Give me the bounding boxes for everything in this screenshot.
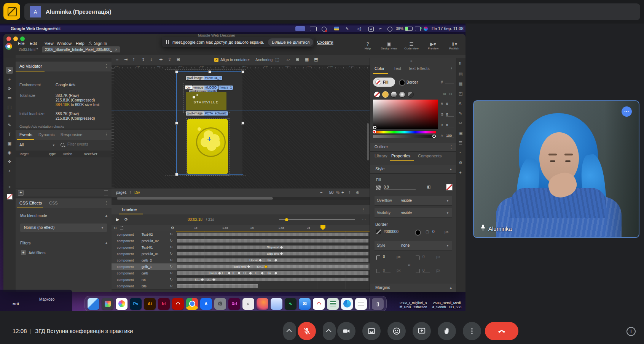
pan-tool[interactable]: ✥ [6,158,13,165]
menubar-clock[interactable]: Пн 17 бер. 11:08 [432,26,464,31]
pencil-slash-icon[interactable]: ✂ [379,27,382,31]
border-color-swatch[interactable] [415,230,421,236]
grip-icon[interactable]: ⠿ [459,62,462,67]
distribute-h-icon[interactable]: ⇹ [159,57,163,62]
overflow-row[interactable]: Overflow visible ▼ [375,196,452,206]
loop-icon[interactable]: ↻ [170,239,173,243]
desktop-file[interactable]: 2503_I_migliori_Riff_Rolli...tisfaction [396,301,431,309]
publish-action[interactable]: ⬆▾Publish [443,41,465,50]
more-options-button[interactable] [463,322,481,340]
r-value[interactable]: 0 [446,102,454,106]
presenter-strip[interactable]: A Aluminka (Презентація) [24,3,640,20]
loop-icon[interactable]: ↻ [170,265,173,268]
margins-section-header[interactable]: Margins ▲ [370,284,456,292]
distribute-v-icon[interactable]: ⇳ [168,57,171,62]
text-tool[interactable]: T [6,131,13,138]
loop-icon[interactable]: ↻ [170,277,173,281]
keyframe[interactable]: Li... [255,271,263,275]
keyframe[interactable]: Lin... [267,271,277,275]
border-width-value[interactable]: 0 [432,230,439,234]
library-panel-icon[interactable]: ☰ [459,141,462,146]
user-account-icon[interactable] [387,27,392,32]
keyframe[interactable]: Li... [232,271,240,275]
keyframe[interactable]: Lin... [267,258,277,262]
tab-2503[interactable]: 2503.html * [19,48,38,52]
b-value[interactable]: 0 [446,123,454,127]
collapse-icon[interactable]: ▲ [105,214,108,217]
keyframe[interactable]: Linear [249,258,261,262]
stairville-logo-block[interactable]: STAIRVILLE [186,92,226,110]
dock-acrobat-icon[interactable]: ◠ [172,298,184,310]
hue-slider[interactable] [373,131,436,133]
same-size-icon[interactable]: ⊟ [177,57,180,62]
collapse-icon[interactable]: ▲ [449,286,453,290]
timeline-tab[interactable]: Timeline [121,207,137,212]
paint-bucket-icon[interactable]: ◧ [427,185,430,189]
stage-canvas[interactable]: gwd-image#Text-04_1 div -image#LOGO hwar… [112,68,370,188]
page-selector[interactable]: page1 [116,190,127,195]
collapse-icon[interactable]: ▲ [449,167,453,171]
timeline-row-rot[interactable]: componentrot↻ Li... Li... [112,276,370,283]
end-call-button[interactable] [485,322,518,340]
align-middle-icon[interactable]: ⇕ [142,57,145,62]
shape-tool[interactable]: ▭ [6,94,13,101]
a-value[interactable]: 100 [446,134,454,138]
menu-view[interactable]: View [45,41,54,46]
add-filters-icon[interactable]: + [21,250,26,255]
validation-checks-label[interactable]: Google Ads validation checks [19,125,64,128]
design-view-action[interactable]: ▣Design view [378,41,400,50]
window-icon[interactable] [310,27,317,31]
preview-action[interactable]: ▶▾Preview [422,41,444,50]
dock-appstore-icon[interactable]: A [200,298,212,310]
loop-icon[interactable]: ↻ [170,271,173,275]
webcam-tile[interactable]: Aluminka ⋯ [473,100,639,238]
close-window-button[interactable] [6,36,11,41]
panel-menu-icon[interactable]: ⋮ [104,132,109,137]
loop-button[interactable]: ⟳ [124,217,128,222]
tab-library[interactable]: Library [375,154,387,158]
element-tool[interactable]: ▣ [6,140,13,147]
timeline-row-gelb-2[interactable]: componentgelb_2↻ Linear Lin... [112,257,370,264]
brush-icon[interactable]: ✎ [346,27,349,31]
add-event-button[interactable]: + [18,190,24,196]
chevron-down-icon[interactable]: ▼ [52,144,55,147]
alpha-slider[interactable] [373,135,436,138]
menu-window[interactable]: Window [57,41,72,46]
dock-firefox-icon[interactable] [257,298,268,310]
align-top-icon[interactable]: ⤒ [133,57,135,62]
timeline-row-text-02[interactable]: componentText-02↻ [112,231,370,238]
loop-icon[interactable]: ↻ [170,258,173,262]
timeline-row-gelb-1-selected[interactable]: componentgelb_1↻ Step-end Lin... [112,263,370,270]
border-toggle[interactable]: Border [406,80,418,84]
tag-tool[interactable]: ⌗ [6,113,13,119]
stopped-presentation-icon[interactable] [3,3,20,20]
dock-settings-icon[interactable]: ⚙ [214,298,226,310]
display-icon[interactable] [415,27,421,31]
hide-notification-link[interactable]: Сховати [317,40,333,44]
tab-color[interactable]: Color [375,66,384,71]
style-section-header[interactable]: Style ▲ [370,165,456,174]
code-view-action[interactable]: ☰Code view [400,41,422,50]
dock-trash-icon[interactable]: ▯ [372,298,384,310]
flag-input-icon[interactable] [334,27,339,30]
menubar-app-name[interactable]: Google Web Designer [11,26,54,31]
dock-notes-icon[interactable] [355,298,367,310]
rotate-tool[interactable]: ⟳ [6,85,13,92]
radius-value-3[interactable]: 0 [383,268,391,273]
tab-stairville-active[interactable]: 2306_Stairville_Infinite_Pixel_300x600_v… [42,46,120,52]
filter-events-input[interactable] [67,142,108,147]
tab-text[interactable]: Text [394,66,401,71]
pen-tool[interactable]: ✎ [6,122,13,128]
selection-tool[interactable]: ➤ [6,67,13,74]
settings-panel-icon[interactable]: ⚙ [459,160,462,165]
group-icon[interactable]: ▱ [287,57,290,62]
dock-creative-cloud-icon[interactable] [271,298,282,310]
panel-menu-icon[interactable]: ⋮ [104,200,109,205]
menu-edit[interactable]: Edit [30,41,37,46]
fit-view-icon[interactable]: ⊙ [356,190,359,195]
screen-share-status-icon[interactable] [295,26,305,31]
blend-mode-dropdown[interactable]: Normal (no-effect) ▼ [20,224,107,232]
cut-panel-icon[interactable]: ✂ [459,121,462,126]
camera-button[interactable] [337,322,355,340]
meeting-details-icon[interactable]: i [626,327,636,336]
